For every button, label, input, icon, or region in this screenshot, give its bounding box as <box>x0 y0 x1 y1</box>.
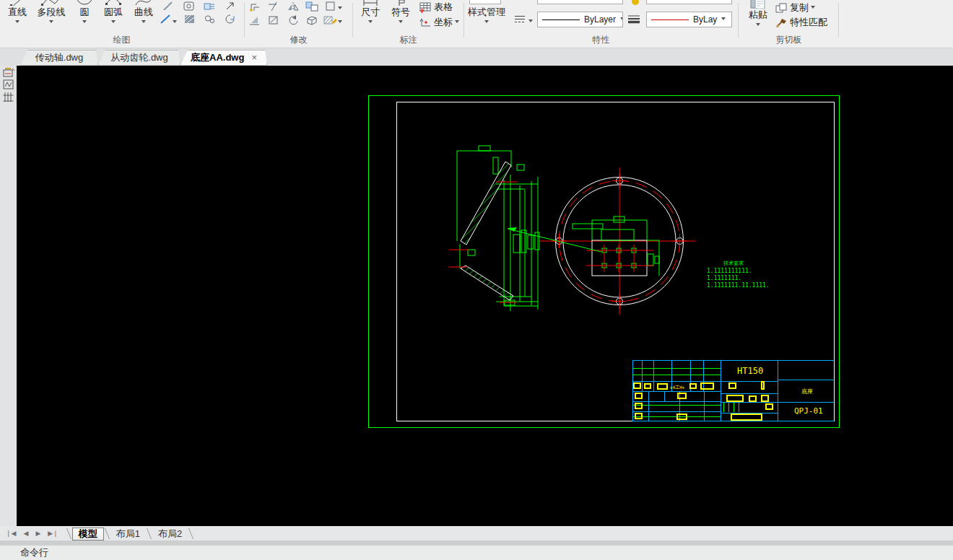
next-tab-icon[interactable]: ▶ <box>35 530 40 537</box>
drawing-frame[interactable] <box>368 95 839 427</box>
layout-nav-buttons: ❘◀ ◀ ▶ ▶❘ <box>0 530 66 537</box>
drawing-canvas-area[interactable]: 技术要求 1.1111111111. 1.1111111. 1.1111111.… <box>17 66 953 526</box>
dimension-button[interactable]: 尺寸 <box>357 0 383 25</box>
spline-icon <box>130 0 157 6</box>
revision-cloud-icon[interactable] <box>222 14 237 25</box>
dropdown-arrow-icon[interactable] <box>455 20 459 25</box>
annotate-group-label: 标注 <box>354 34 463 46</box>
close-tab-icon[interactable]: × <box>251 52 257 63</box>
stamp-icon[interactable] <box>248 14 263 25</box>
group-separator <box>738 3 739 38</box>
title-block[interactable]: HT150 x4工H+ 底座 QPJ-01 <box>632 360 834 421</box>
dropdown-arrow-icon[interactable] <box>528 19 533 25</box>
last-tab-icon[interactable]: ▶❘ <box>48 530 58 537</box>
linetype-list-icon[interactable] <box>513 14 527 25</box>
ray-line-icon[interactable] <box>158 14 173 25</box>
dropdown-arrow-icon[interactable] <box>484 20 489 25</box>
image-frame-tool-icon[interactable] <box>2 79 15 90</box>
color-combo[interactable]: ByLay <box>646 12 732 27</box>
dropdown-arrow-icon[interactable] <box>173 20 177 25</box>
rotate-icon[interactable] <box>286 14 300 25</box>
flange-tool-icon[interactable] <box>202 1 217 12</box>
extend-icon[interactable] <box>267 14 282 25</box>
polyline-button[interactable]: 多段线 <box>32 0 71 25</box>
dropdown-arrow-icon[interactable] <box>15 20 19 25</box>
command-line[interactable]: 命令行 <box>0 546 953 560</box>
offset-icon[interactable] <box>248 1 263 12</box>
lineweight-icon[interactable] <box>627 14 641 25</box>
dropdown-arrow-icon[interactable] <box>811 6 815 11</box>
dropdown-arrow-icon[interactable] <box>338 6 342 12</box>
ribbon-group-properties: 样式管理 ByLayer ByLay 特性 <box>465 0 737 48</box>
arc-button[interactable]: 圆弧 <box>100 0 127 25</box>
scale-icon[interactable] <box>323 1 338 12</box>
paste-button[interactable]: 粘贴 <box>744 0 772 28</box>
layout2-tab[interactable]: 布局2 <box>152 527 188 541</box>
drawing-code-text: QPJ-01 <box>794 406 823 416</box>
box-3d-icon[interactable] <box>305 14 319 25</box>
group-separator <box>352 3 353 38</box>
paste-icon <box>744 0 772 9</box>
dropdown-arrow-icon[interactable] <box>368 20 373 25</box>
hatch-icon[interactable] <box>182 14 196 25</box>
model-tab[interactable]: 模型 <box>72 528 104 541</box>
ne-arrow-icon[interactable] <box>222 1 237 12</box>
grid-tool-icon[interactable] <box>2 92 15 102</box>
polyline-label: 多段线 <box>32 6 71 18</box>
construction-line-icon[interactable] <box>160 0 175 11</box>
circle-icon <box>74 0 95 6</box>
hatch-edit-icon[interactable] <box>323 14 338 25</box>
circle-button[interactable]: 圆 <box>74 0 95 25</box>
array-icon[interactable] <box>305 1 319 12</box>
coordinate-icon <box>419 17 432 27</box>
title-block-note-text: x4工H+ <box>670 385 685 390</box>
file-tab-congdongchilun[interactable]: 从动齿轮.dwg <box>98 50 180 66</box>
left-tool-strip <box>0 66 17 526</box>
group-separator <box>244 3 245 38</box>
dropdown-arrow-icon[interactable] <box>82 20 87 25</box>
dropdown-arrow-icon[interactable] <box>756 23 760 28</box>
match-properties-button[interactable]: 特性匹配 <box>775 17 827 28</box>
color-dot-fragment-icon <box>631 0 640 6</box>
table-button[interactable]: 表格 <box>419 1 453 13</box>
statusbar-divider <box>0 541 953 546</box>
layer-tool-icon[interactable] <box>2 67 15 78</box>
command-line-label: 命令行 <box>20 546 48 559</box>
dropdown-arrow-icon[interactable] <box>142 20 146 25</box>
line-icon <box>4 0 30 6</box>
coordinate-button[interactable]: 坐标 <box>419 17 459 28</box>
dropdown-arrow-icon[interactable] <box>111 20 116 25</box>
symbol-button[interactable]: 符号 <box>388 0 414 25</box>
copy-button[interactable]: 复制 <box>775 2 815 14</box>
drawing-canvas[interactable]: 技术要求 1.1111111111. 1.1111111. 1.1111111.… <box>17 66 953 526</box>
file-tab-label: 传动轴.dwg <box>35 52 83 63</box>
layout1-tab[interactable]: 布局1 <box>110 527 146 541</box>
dropdown-arrow-icon[interactable] <box>620 17 623 22</box>
line-button[interactable]: 直线 <box>4 0 30 25</box>
arc-label: 圆弧 <box>100 6 127 18</box>
color-value: ByLay <box>693 14 717 25</box>
file-tab-dizuoaa-active[interactable]: 底座AA.dwg× <box>180 50 267 66</box>
dropdown-arrow-icon[interactable] <box>721 17 726 22</box>
first-tab-icon[interactable]: ❘◀ <box>6 530 16 537</box>
tech-requirements[interactable]: 技术要求 1.1111111111. 1.1111111. 1.1111111.… <box>707 261 770 289</box>
mirror-icon[interactable] <box>286 1 300 12</box>
copy-icon <box>775 3 788 13</box>
side-view[interactable] <box>448 146 539 311</box>
dropdown-arrow-icon[interactable] <box>49 20 53 25</box>
line-label: 直线 <box>4 6 30 18</box>
file-tab-bar: 传动轴.dwg 从动齿轮.dwg 底座AA.dwg× <box>0 48 953 66</box>
dropdown-arrow-icon[interactable] <box>399 20 403 25</box>
linetype-combo[interactable]: ByLayer <box>537 12 623 27</box>
gears-icon[interactable] <box>202 14 217 25</box>
style-manager-button[interactable]: 样式管理 <box>466 6 507 25</box>
layout-tab-bar: ❘◀ ◀ ▶ ▶❘ 模型 布局1 布局2 <box>0 526 953 541</box>
flange-view[interactable] <box>508 167 695 315</box>
prev-tab-icon[interactable]: ◀ <box>23 530 28 537</box>
spline-button[interactable]: 曲线 <box>130 0 157 25</box>
file-tab-chuandongzhou[interactable]: 传动轴.dwg <box>20 50 98 66</box>
dropdown-arrow-icon[interactable] <box>338 20 342 25</box>
trim-icon[interactable] <box>267 1 282 12</box>
clipboard-group-label: 剪切板 <box>739 34 838 46</box>
region-icon[interactable] <box>182 1 196 12</box>
